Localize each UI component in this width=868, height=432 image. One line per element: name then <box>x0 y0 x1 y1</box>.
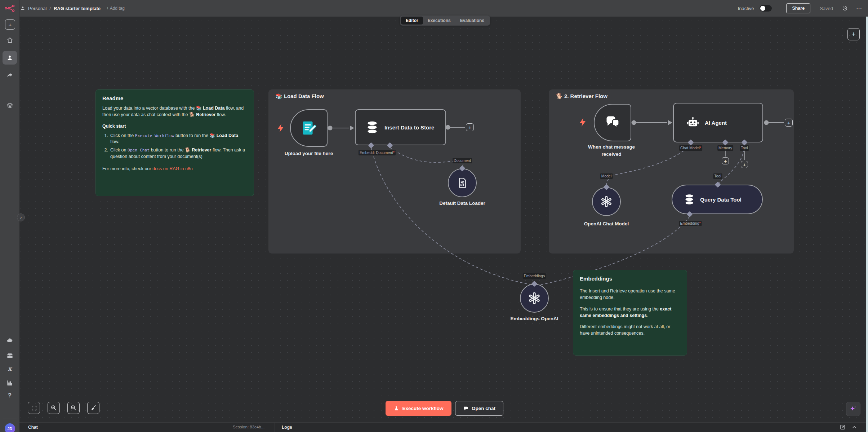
trigger-bolt-icon <box>277 123 285 133</box>
docs-rag-link[interactable]: docs on RAG in n8n <box>152 166 193 171</box>
embeddings-openai-node[interactable] <box>520 284 549 313</box>
zoom-out-icon <box>70 405 77 411</box>
readme-title: Readme <box>102 94 247 102</box>
session-id-label: Session: 83c4b... <box>233 425 264 429</box>
sidebar-item-home[interactable] <box>0 37 19 44</box>
embeddings-note-p3: Different embeddings might not work at a… <box>580 324 680 337</box>
form-document-icon <box>301 120 317 136</box>
upload-trigger-node[interactable] <box>290 109 328 147</box>
ai-agent-node[interactable]: AI Agent <box>673 103 763 142</box>
step-text: flow. <box>110 139 119 144</box>
sidebar-item-personal[interactable] <box>0 54 19 61</box>
sidebar-item-variables[interactable]: x <box>0 366 19 372</box>
required-mark: * <box>699 221 701 225</box>
tab-editor[interactable]: Editor <box>401 17 423 25</box>
tab-executions[interactable]: Executions <box>423 17 455 25</box>
readme-step-1: 1. Click on the Execute Workflow button … <box>102 133 247 146</box>
openai-model-port-label: Model <box>600 173 613 179</box>
agent-chat-model-port-label: Chat Model* <box>679 145 702 151</box>
saved-status: Saved <box>820 6 833 11</box>
step-bold: Load Data <box>217 133 238 138</box>
readme-intro: Load your data into a vector database wi… <box>102 105 247 118</box>
view-tabs: Editor Executions Evaluations <box>400 16 490 26</box>
add-node-button[interactable]: + <box>847 28 860 40</box>
home-icon <box>6 37 13 44</box>
add-node-after-agent-button[interactable]: + <box>785 119 793 127</box>
workflow-name[interactable]: RAG starter template <box>54 6 101 11</box>
logs-panel-label[interactable]: Logs <box>282 425 292 430</box>
expand-panel-button[interactable] <box>851 424 857 430</box>
open-chat-label: Open chat <box>472 406 495 411</box>
zoom-out-button[interactable] <box>67 402 80 414</box>
sidebar-item-insights[interactable] <box>0 379 19 386</box>
more-options-button[interactable]: ⋯ <box>856 5 862 12</box>
sidebar-item-shared[interactable] <box>0 72 19 79</box>
query-data-tool-node[interactable]: Query Data Tool <box>672 185 763 214</box>
port-label-text: Chat Model <box>680 146 700 150</box>
note-text: This is to ensure that they are using th… <box>580 307 660 312</box>
zoom-to-fit-button[interactable] <box>28 402 40 414</box>
chat-panel-label[interactable]: Chat <box>28 425 38 430</box>
share-arrow-icon <box>6 72 13 79</box>
port-label-text: Model <box>601 174 612 178</box>
sidebar-item-templates[interactable] <box>0 352 19 359</box>
execute-workflow-button[interactable]: Execute workflow <box>386 401 451 416</box>
step-number: 1. <box>102 133 108 146</box>
chat-bubbles-icon <box>605 115 620 131</box>
insert-data-node-title: Insert Data to Store <box>384 124 434 131</box>
upload-trigger-label: Upload your file here <box>285 151 333 156</box>
tab-evaluations[interactable]: Evaluations <box>455 17 489 25</box>
trigger-bolt-icon <box>579 118 587 127</box>
embeddings-port-label: Embeddings <box>523 273 546 279</box>
tidy-up-button[interactable] <box>87 402 99 414</box>
add-tool-button[interactable]: + <box>741 161 748 168</box>
add-node-after-insert-button[interactable]: + <box>466 123 474 131</box>
sidebar-item-help[interactable]: ? <box>0 392 19 398</box>
port-label-text: Embeddings <box>524 274 545 278</box>
default-data-loader-node[interactable] <box>448 168 477 197</box>
readme-intro-bold-load-data: Load Data <box>203 106 224 111</box>
breadcrumb-project[interactable]: Personal <box>28 6 46 11</box>
step-text: Click on the <box>110 133 135 138</box>
user-icon <box>6 54 13 61</box>
step-text: button to run the 📚 <box>174 133 217 138</box>
port-label-text: Memory <box>718 146 732 150</box>
pop-out-panel-button[interactable] <box>840 424 846 430</box>
readme-sticky-note[interactable]: Readme Load your data into a vector data… <box>95 89 254 196</box>
open-chat-button[interactable]: Open chat <box>455 401 503 416</box>
retriever-flow-title: 🐕 2. Retriever Flow <box>556 93 607 100</box>
sparkles-icon <box>849 405 857 413</box>
embeddings-sticky-note[interactable]: Embeddings The Insert and Retrieve opera… <box>573 270 687 356</box>
add-memory-button[interactable]: + <box>722 157 729 164</box>
chat-trigger-node[interactable] <box>594 104 631 141</box>
sidebar-item-executions-stack[interactable] <box>0 102 19 109</box>
sidebar-item-cloud-admin[interactable] <box>0 337 19 344</box>
share-button[interactable]: Share <box>786 3 810 13</box>
insert-data-node[interactable]: Insert Data to Store <box>355 109 446 145</box>
top-bar-actions: Inactive Share Saved ⋯ <box>738 0 862 17</box>
query-data-tool-title: Query Data Tool <box>700 197 742 203</box>
openai-chat-model-node[interactable] <box>592 187 621 216</box>
workflow-canvas[interactable]: 📚 Load Data Flow 🐕 2. Retriever Flow <box>0 0 868 432</box>
port-label-text: Embedding <box>680 221 699 225</box>
activation-toggle[interactable] <box>760 5 772 12</box>
new-workflow-button[interactable]: + <box>5 19 15 30</box>
step-code-execute-workflow: Execute Workflow <box>135 133 174 138</box>
right-edge-panel-strip[interactable] <box>866 17 868 432</box>
add-tag-button[interactable]: + Add tag <box>106 6 125 11</box>
load-data-flow-title: 📚 Load Data Flow <box>276 93 324 100</box>
readme-intro-bold-retriever: Retriever <box>196 112 215 117</box>
sidebar-expand-button[interactable]: › <box>17 213 25 221</box>
readme-intro-text: Load your data into a vector database wi… <box>102 106 203 111</box>
user-avatar[interactable]: JD <box>5 423 15 432</box>
pop-out-icon <box>840 424 846 430</box>
sidebar-divider <box>3 419 17 419</box>
zoom-in-icon <box>50 405 57 411</box>
chevron-up-icon <box>851 424 857 430</box>
templates-box-icon <box>6 352 13 359</box>
n8n-logo[interactable] <box>0 0 20 17</box>
zoom-in-button[interactable] <box>48 402 60 414</box>
ai-assistant-button[interactable] <box>846 402 860 416</box>
workflow-history-button[interactable] <box>842 5 848 12</box>
note-text: . <box>647 313 648 318</box>
